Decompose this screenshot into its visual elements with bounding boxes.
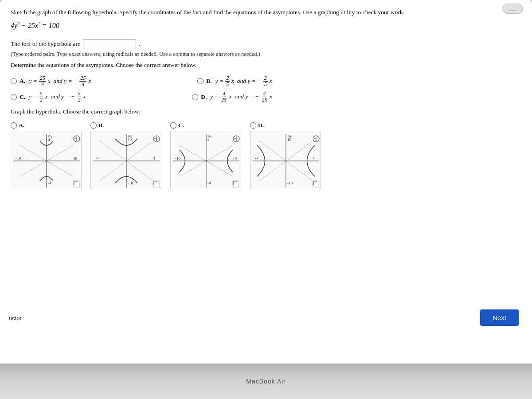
graph-radio-C[interactable] — [170, 122, 176, 129]
asymptote-options-row2: C. y = 52 x and y = − 52 x D. y = 425 x … — [11, 91, 521, 103]
asymptote-option-D[interactable]: D. y = 425 x and y = − 425 x — [192, 91, 272, 103]
dots-button[interactable]: ... — [502, 4, 523, 14]
graph-label-A: A. — [19, 121, 24, 130]
svg-text:4: 4 — [313, 156, 315, 160]
graph-option-C[interactable]: C. Ay 4 10 -10 -4 — [170, 121, 241, 189]
svg-text:4: 4 — [48, 137, 50, 142]
asymptotes-instruction: Determine the equations of the asymptote… — [11, 61, 521, 70]
svg-text:-10: -10 — [16, 156, 21, 160]
svg-text:10: 10 — [73, 156, 78, 160]
graph-radio-B[interactable] — [90, 122, 97, 129]
instructor-label: uctor — [9, 315, 22, 321]
svg-text:-4: -4 — [95, 156, 99, 160]
graph-label-C: C. — [178, 121, 184, 130]
asymptote-options-row1: A. y = 254 x and y = − 254 x B. y = 25 x… — [11, 75, 521, 87]
graph-section: Graph the hyperbola. Choose the correct … — [11, 107, 521, 189]
equation-display: 4y2 − 25x2 = 100 — [11, 20, 521, 31]
type-note: (Type ordered pairs. Type exact answers,… — [11, 50, 521, 59]
radio-B[interactable] — [197, 78, 203, 84]
radio-A[interactable] — [11, 78, 17, 84]
asymptote-option-A[interactable]: A. y = 254 x and y = − 254 x — [11, 75, 91, 87]
svg-text:10: 10 — [128, 137, 132, 142]
graph-radio-A[interactable] — [11, 122, 17, 129]
main-instruction: Sketch the graph of the following hyperb… — [11, 8, 521, 17]
graph-option-B[interactable]: B. Ay 10 4 -4 -10 — [90, 121, 161, 189]
svg-text:-4: -4 — [255, 156, 258, 160]
graph-box-C: Ay 4 10 -10 -4 — [170, 132, 241, 189]
graph-box-B: Ay 10 4 -4 -10 — [90, 132, 161, 189]
radio-C[interactable] — [11, 94, 17, 100]
graph-label-B: B. — [98, 121, 104, 130]
graph-option-D[interactable]: D. Ay 10 4 -4 -10 — [250, 121, 321, 189]
svg-text:-10: -10 — [128, 181, 133, 185]
foci-input[interactable] — [83, 39, 136, 49]
radio-D[interactable] — [192, 94, 198, 100]
asymptote-option-B[interactable]: B. y = 25 x and y = − 25 x — [197, 75, 272, 87]
graph-box-A: Ay 4 10 -10 -4 — [11, 132, 82, 189]
foci-section: The foci of the hyperbola are . (Type or… — [11, 39, 521, 59]
svg-text:-10: -10 — [287, 181, 293, 185]
svg-text:-4: -4 — [48, 181, 51, 185]
graph-instruction: Graph the hyperbola. Choose the correct … — [11, 107, 521, 116]
next-button[interactable]: Next — [480, 309, 519, 326]
svg-text:4: 4 — [207, 137, 210, 142]
graphs-row: A. Ay 4 10 -10 — [11, 121, 521, 189]
svg-text:-4: -4 — [207, 181, 211, 185]
asymptote-option-C[interactable]: C. y = 52 x and y = − 52 x — [11, 91, 86, 103]
macbook-label: MacBook Air — [246, 378, 286, 385]
graph-option-A[interactable]: A. Ay 4 10 -10 — [11, 121, 82, 189]
graph-radio-D[interactable] — [250, 122, 256, 129]
foci-label: The foci of the hyperbola are — [11, 39, 80, 48]
svg-text:4: 4 — [153, 156, 155, 160]
svg-text:-10: -10 — [175, 156, 180, 160]
graph-box-D: Ay 10 4 -4 -10 — [250, 132, 321, 189]
svg-text:10: 10 — [233, 156, 237, 160]
graph-label-D: D. — [258, 121, 264, 130]
svg-text:10: 10 — [287, 137, 292, 142]
macbook-bar: MacBook Air — [0, 364, 532, 399]
